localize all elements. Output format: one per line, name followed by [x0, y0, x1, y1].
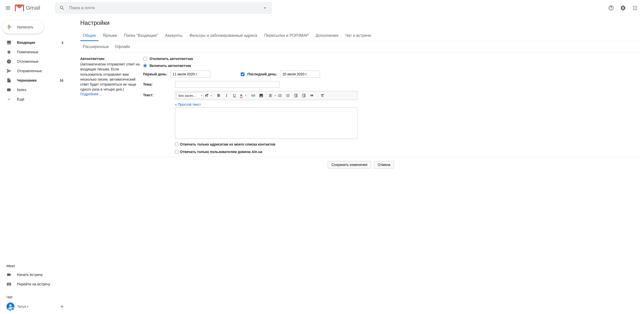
tab-forwarding[interactable]: Пересылка и POP/IMAP: [262, 31, 311, 41]
font-size-button[interactable]: [204, 92, 212, 99]
sidebar-item-sent[interactable]: Отправленные: [0, 66, 70, 76]
text-color-button[interactable]: A: [239, 92, 246, 99]
indent-less-button[interactable]: [292, 92, 300, 99]
search-input[interactable]: [67, 6, 260, 10]
tab-accounts[interactable]: Аккаунты: [162, 31, 185, 41]
save-button[interactable]: Сохранить изменения: [328, 161, 371, 168]
tab-offline[interactable]: Офлайн: [115, 44, 130, 49]
settings-button[interactable]: [618, 3, 628, 13]
chat-dropdown-icon[interactable]: ▾: [27, 305, 28, 308]
numbered-list-button[interactable]: [276, 92, 284, 99]
cancel-button[interactable]: Отмена: [374, 161, 394, 168]
apps-button[interactable]: [630, 3, 640, 13]
align-button[interactable]: [268, 92, 276, 99]
domain-only-checkbox[interactable]: [175, 150, 178, 154]
svg-point-9: [634, 9, 636, 10]
tab-labels[interactable]: Ярлыки: [100, 31, 120, 41]
sidebar-item-starred[interactable]: Помеченные: [0, 47, 70, 57]
date-row: Первый день: Последний день:: [143, 71, 642, 78]
chat-user-row[interactable]: Tanya ▾ +: [0, 301, 74, 312]
subject-label: Тема:: [143, 82, 172, 86]
quote-button[interactable]: [308, 92, 316, 99]
svg-point-8: [633, 9, 634, 10]
italic-button[interactable]: I: [223, 92, 230, 99]
keyboard-icon: [6, 282, 12, 287]
settings-body: Автоответчик: (Автоматически отправляет …: [80, 53, 642, 154]
star-icon: [6, 49, 12, 54]
menu-button[interactable]: [2, 2, 14, 14]
indent-more-button[interactable]: [300, 92, 308, 99]
radio-on[interactable]: [143, 64, 147, 68]
learn-more-link[interactable]: Подробнее...: [80, 92, 101, 96]
last-day-input[interactable]: [280, 71, 320, 78]
nav-count: 10: [60, 79, 63, 82]
search-button[interactable]: [57, 3, 67, 13]
first-day-label: Первый день:: [143, 72, 168, 76]
link-button[interactable]: [250, 92, 257, 99]
sidebar: Написать Входящие 3 Помеченные Отложенны…: [0, 16, 74, 314]
sidebar-item-inbox[interactable]: Входящие 3: [0, 38, 70, 47]
meet-title: Meet: [0, 262, 74, 270]
header-actions: [606, 3, 642, 13]
first-day-input[interactable]: [170, 71, 210, 78]
radio-on-label: Включить автоответчик: [150, 64, 191, 68]
chat-user-name: Tanya: [17, 305, 26, 309]
image-icon: [259, 93, 264, 98]
contacts-only-checkbox[interactable]: [175, 143, 178, 146]
nav-label: Notes: [17, 88, 26, 92]
nav-label: Начать встречу: [17, 273, 43, 277]
text-row: Текст: Без засеч… B I U A: [143, 91, 642, 139]
tab-inbox[interactable]: Папка "Входящие": [121, 31, 160, 41]
clear-format-button[interactable]: [319, 92, 326, 99]
logo[interactable]: Gmail: [15, 4, 40, 11]
meet-section: Meet Начать встречу Перейти на встречу: [0, 260, 74, 291]
document-icon: [6, 78, 12, 83]
meet-start[interactable]: Начать встречу: [0, 270, 70, 279]
radio-off-label: Отключить автоответчик: [150, 57, 193, 61]
clock-icon: [6, 59, 12, 64]
nav-label: Отложенные: [17, 59, 38, 63]
last-day-checkbox[interactable]: [241, 72, 244, 76]
bullet-list-button[interactable]: [284, 92, 292, 99]
text-label: Текст:: [143, 91, 172, 139]
domain-only-row: Отвечать только пользователям домена Ain…: [175, 150, 642, 154]
last-day-label: Последний день:: [248, 72, 278, 76]
nav-label: Перейти на встречу: [17, 282, 50, 286]
radio-off-row: Отключить автоответчик: [143, 57, 642, 61]
chat-section: Чат Tanya ▾ +: [0, 291, 74, 314]
chat-add-button[interactable]: +: [60, 303, 64, 310]
sidebar-item-drafts[interactable]: Черновики 10: [0, 76, 70, 85]
autoresponder-desc: (Автоматически отправляет ответ на входя…: [80, 62, 140, 92]
plain-text-link[interactable]: « Простой текст: [175, 103, 201, 107]
editor-textarea[interactable]: [175, 108, 358, 139]
image-button[interactable]: [258, 92, 265, 99]
clear-format-icon: [320, 93, 325, 98]
sidebar-item-snoozed[interactable]: Отложенные: [0, 57, 70, 66]
search-icon: [59, 5, 65, 11]
sidebar-item-notes[interactable]: Notes: [0, 85, 70, 95]
bold-button[interactable]: B: [215, 92, 222, 99]
sidebar-item-more[interactable]: Ещё: [0, 95, 70, 104]
help-button[interactable]: [606, 3, 616, 13]
settings-tabs: Общие Ярлыки Папка "Входящие" Аккаунты Ф…: [80, 31, 642, 41]
svg-point-7: [636, 7, 637, 8]
hamburger-icon: [5, 5, 11, 11]
subject-input[interactable]: [175, 81, 280, 88]
tab-chat[interactable]: Чат и встречи: [343, 31, 373, 41]
compose-button[interactable]: Написать: [2, 20, 44, 34]
tag-icon: [6, 87, 12, 92]
svg-point-10: [636, 9, 637, 10]
tab-filters[interactable]: Фильтры и заблокированные адреса: [187, 31, 260, 41]
meet-join[interactable]: Перейти на встречу: [0, 279, 70, 289]
tab-addons[interactable]: Дополнения: [313, 31, 341, 41]
underline-button[interactable]: U: [231, 92, 238, 99]
tab-general[interactable]: Общие: [80, 31, 98, 41]
align-icon: [269, 94, 273, 98]
radio-off[interactable]: [143, 57, 147, 61]
font-select[interactable]: Без засеч…: [177, 92, 204, 99]
settings-tabs-row2: Расширенные Офлайн: [80, 41, 642, 53]
editor-col: Без засеч… B I U A: [175, 91, 358, 139]
tab-advanced[interactable]: Расширенные: [83, 44, 109, 49]
contacts-only-label: Отвечать только адресатам из моего списк…: [180, 142, 276, 146]
search-options-button[interactable]: [260, 3, 270, 13]
